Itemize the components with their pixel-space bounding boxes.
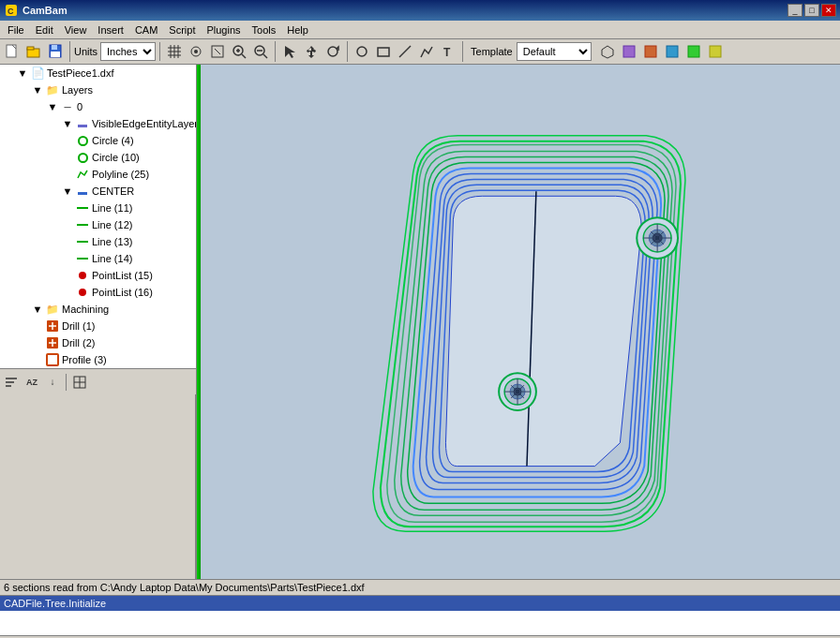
close-button[interactable]: ✕ [821,4,836,17]
draw-toolbar [164,41,276,62]
polyline25-icon [75,167,90,182]
toolbar: Units Inches [0,39,840,65]
select-button[interactable] [279,41,300,62]
drill1-label: Drill (1) [62,320,95,332]
canvas-viewport[interactable] [201,65,840,579]
expand-center-icon: ▼ [60,184,75,199]
view-3d-button[interactable] [597,41,618,62]
settings-button[interactable] [662,41,682,62]
tree-line-13[interactable]: Line (13) [0,233,196,250]
log-message-1: 6 sections read from C:\Andy Laptop Data… [0,580,840,596]
svg-marker-33 [602,46,613,58]
file-toolbar [2,41,70,62]
tree-sort-button[interactable] [2,373,21,392]
menu-help[interactable]: Help [281,22,314,37]
text-tool[interactable]: T [438,41,458,62]
pointlist16-icon [75,285,90,300]
polyline-tool[interactable] [416,41,437,62]
svg-rect-42 [77,258,88,260]
menu-view[interactable]: View [59,22,93,37]
svg-rect-8 [51,52,60,57]
snap-button[interactable] [186,41,206,62]
line-tool[interactable] [395,41,415,62]
menu-edit[interactable]: Edit [30,22,59,37]
menu-insert[interactable]: Insert [92,22,129,37]
svg-line-24 [263,54,267,58]
pointlist15-label: PointList (15) [92,270,153,281]
line13-label: Line (13) [92,236,132,247]
tree-pointlist-16[interactable]: PointList (16) [0,284,196,301]
new-button[interactable] [2,41,22,62]
tree-toolbar: AZ ↓ [0,368,197,394]
units-toolbar: Units Inches [74,42,160,61]
menu-cam[interactable]: CAM [129,22,163,37]
line12-label: Line (12) [92,219,132,230]
tree-layer-0[interactable]: ▼ ─ 0 [0,98,196,115]
zoom-fit-button[interactable] [207,41,228,62]
layer-0-label: 0 [77,101,82,112]
tree-drill-1[interactable]: Drill (1) [0,318,196,334]
drill1-icon [45,319,60,334]
left-panel-container: ▼ 📄 TestPiece1.dxf ▼ 📁 Layers [0,65,197,579]
tree-line-14[interactable]: Line (14) [0,250,196,267]
rect-tool[interactable] [373,41,394,62]
rotate-button[interactable] [322,41,343,62]
save-button[interactable] [45,41,66,62]
tree-az-button[interactable]: AZ [22,373,41,392]
tree-circle-4[interactable]: Circle (4) [0,132,196,149]
tree-root[interactable]: ▼ 📄 TestPiece1.dxf [0,65,196,82]
tree-drill-2[interactable]: Drill (2) [0,334,196,351]
svg-line-18 [215,49,220,54]
line12-icon [75,217,90,232]
root-label: TestPiece1.dxf [47,67,114,79]
tree-center[interactable]: ▼ ▬ CENTER [0,183,196,200]
export-button[interactable] [640,41,661,62]
open-button[interactable] [23,41,44,62]
menu-plugins[interactable]: Plugins [201,22,246,37]
circle10-icon [75,150,90,165]
zoom-in-button[interactable] [229,41,249,62]
tree-down-button[interactable]: ↓ [43,373,62,392]
units-dropdown[interactable]: Inches [100,42,156,61]
menu-script[interactable]: Script [163,22,201,37]
pan-button[interactable] [301,41,322,62]
tree-line-12[interactable]: Line (12) [0,216,196,233]
circle4-icon [75,133,90,148]
expand-machining-icon: ▼ [30,302,45,317]
tree-profile-3[interactable]: Profile (3) [0,351,196,368]
cam-toolbar [279,41,348,62]
line14-icon [75,251,90,266]
template-dropdown[interactable]: Default [517,42,592,61]
maximize-button[interactable]: □ [804,4,819,17]
layers-folder-icon: 📁 [45,82,60,97]
tree-pointlist-15[interactable]: PointList (15) [0,267,196,284]
tree-circle-10[interactable]: Circle (10) [0,149,196,166]
svg-point-28 [328,47,338,56]
help-button[interactable] [705,41,726,62]
tree-visible-edge[interactable]: ▼ ▬ VisibleEdgeEntityLayer [0,115,196,132]
info-button[interactable] [683,41,704,62]
tree-line-11[interactable]: Line (11) [0,200,196,216]
tree-expand-button[interactable] [70,373,89,392]
expand-layer0-icon: ▼ [45,99,60,114]
circle4-label: Circle (4) [92,135,134,146]
zoom-out-button[interactable] [250,41,271,62]
app-icon: C [4,3,19,18]
tree-polyline-25[interactable]: Polyline (25) [0,166,196,183]
shape-toolbar: T [352,41,463,62]
menu-file[interactable]: File [2,22,30,37]
svg-rect-34 [623,46,635,57]
window-controls[interactable]: _ □ ✕ [788,4,836,17]
template-label: Template [471,46,513,57]
svg-rect-35 [645,46,656,57]
window-title: CamBam [22,5,788,16]
view-toolbar [597,41,726,62]
circle-tool[interactable] [352,41,372,62]
tree-layers[interactable]: ▼ 📁 Layers [0,82,196,98]
grid-button[interactable] [164,41,185,62]
render-button[interactable] [619,41,639,62]
menu-tools[interactable]: Tools [247,22,282,37]
tree-machining[interactable]: ▼ 📁 Machining [0,301,196,318]
status-area: 6 sections read from C:\Andy Laptop Data… [0,579,840,635]
minimize-button[interactable]: _ [788,4,802,17]
